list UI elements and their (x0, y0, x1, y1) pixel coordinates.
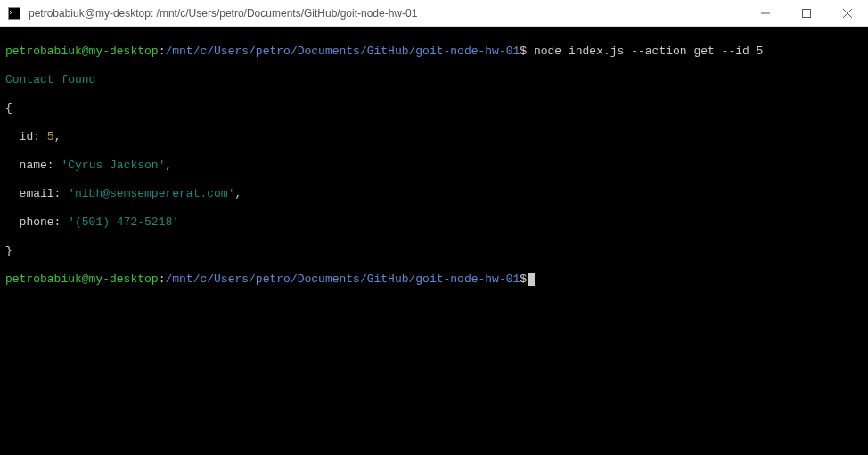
window-titlebar: petrobabiuk@my-desktop: /mnt/c/Users/pet… (0, 0, 868, 27)
brace-close: } (5, 244, 863, 258)
terminal-icon (7, 6, 21, 20)
field-name: name: 'Cyrus Jackson', (5, 158, 863, 173)
prompt-line-1: petrobabiuk@my-desktop:/mnt/c/Users/petr… (5, 45, 863, 59)
prompt-cwd: /mnt/c/Users/petro/Documents/GitHub/goit… (165, 45, 520, 58)
field-phone: phone: '(501) 472-5218' (5, 215, 863, 230)
prompt-user: petrobabiuk@my-desktop (5, 45, 159, 58)
field-id: id: 5, (5, 130, 863, 144)
minimize-button[interactable] (745, 0, 786, 26)
command: node index.js --action get --id 5 (534, 45, 763, 58)
command-text (527, 45, 534, 58)
window-title: petrobabiuk@my-desktop: /mnt/c/Users/pet… (29, 7, 745, 20)
prompt-cwd: /mnt/c/Users/petro/Documents/GitHub/goit… (165, 272, 520, 286)
prompt-user: petrobabiuk@my-desktop (5, 272, 159, 286)
close-button[interactable] (827, 0, 868, 26)
svg-rect-2 (803, 9, 811, 17)
brace-open: { (5, 102, 863, 116)
prompt-line-2: petrobabiuk@my-desktop:/mnt/c/Users/petr… (5, 272, 863, 287)
window-controls (745, 0, 868, 26)
output-message: Contact found (5, 73, 863, 87)
cursor (528, 273, 535, 286)
maximize-button[interactable] (786, 0, 827, 26)
field-email: email: 'nibh@semsempererat.com', (5, 187, 863, 201)
prompt-sigil: $ (520, 45, 527, 58)
terminal-viewport[interactable]: petrobabiuk@my-desktop:/mnt/c/Users/petr… (0, 27, 868, 455)
